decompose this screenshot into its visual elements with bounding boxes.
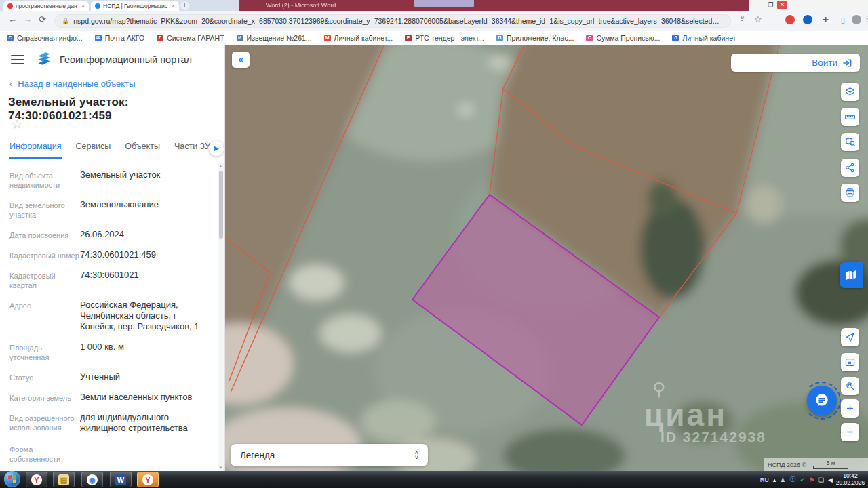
tabs-scroll-right-button[interactable]: ▶ — [209, 141, 224, 156]
polygon-search-icon — [844, 136, 856, 148]
chevron-down-icon[interactable]: ⌄ — [734, 1, 739, 8]
window-tray-icon[interactable]: ❏ — [818, 476, 824, 483]
taskbar-clock[interactable]: 10:42 20.02.2026 — [834, 472, 867, 486]
attribute-label: Площадь уточненная — [9, 342, 80, 362]
app-tray-icon-1[interactable]: ♟ — [780, 476, 785, 483]
new-tab-button[interactable]: + — [180, 1, 189, 10]
bookmark-item[interactable]: ППриложение. Клас... — [496, 34, 574, 42]
favorite-star-icon[interactable]: ☆ — [8, 116, 26, 134]
tab-Объекты[interactable]: Объекты — [125, 142, 160, 159]
bookmark-item[interactable]: ССправочная инфо... — [7, 34, 83, 42]
bookmark-item[interactable]: ЛЛичный кабинет — [672, 34, 736, 42]
attribute-value: 1 000 кв. м — [80, 342, 213, 362]
show-hidden-icons[interactable]: ▴ — [773, 476, 776, 483]
volume-tray-icon[interactable]: ◀ — [828, 476, 833, 483]
browser-menu-icon[interactable]: ⋮ — [863, 14, 868, 24]
shield-extension-icon[interactable] — [803, 15, 812, 24]
tab-close-icon[interactable]: × — [81, 3, 85, 9]
polygon-search-button[interactable] — [841, 133, 859, 151]
browser-tab[interactable]: пространственные данные рос× — [3, 1, 89, 11]
tk-tray-icon[interactable]: ⓣ — [789, 475, 795, 484]
chat-bubble-icon — [813, 392, 831, 409]
print-button[interactable] — [841, 184, 859, 202]
clock-time: 10:42 — [834, 472, 867, 479]
adblock-extension-icon[interactable] — [785, 15, 795, 24]
zoom-out-icon — [844, 426, 856, 438]
tab-favicon-icon — [95, 3, 100, 9]
collapse-panel-button[interactable]: « — [232, 52, 250, 68]
share-button[interactable] — [841, 159, 859, 177]
system-tray: RU▴♟ⓣ✔⚑❏◀ — [760, 471, 833, 488]
chat-button[interactable] — [807, 386, 837, 415]
share-page-icon[interactable]: ⇪ — [739, 14, 745, 23]
profile-icon[interactable] — [852, 15, 861, 24]
attribute-label: Категория земель — [9, 392, 80, 403]
tab-Части ЗУ[interactable]: Части ЗУ — [174, 142, 210, 159]
zoom-out-button[interactable] — [841, 423, 859, 441]
attribute-value: Земли населенных пунктов — [80, 392, 213, 403]
padlock-icon: 🔒 — [62, 18, 69, 24]
bookmark-label: Личный кабинет... — [334, 34, 393, 42]
attribute-row: Кадастровый номер74:30:0601021:459 — [0, 245, 216, 265]
locate-button[interactable] — [841, 328, 859, 346]
reload-icon[interactable]: ⟳ — [39, 14, 46, 24]
taskbar-word[interactable]: W — [110, 472, 132, 487]
search-area-button[interactable] — [841, 377, 859, 395]
antivirus-tray-icon[interactable]: ✔ — [800, 476, 805, 483]
back-icon[interactable]: ← — [8, 14, 17, 24]
flag-tray-icon[interactable]: ⚑ — [809, 476, 814, 483]
bookmark-item[interactable]: ✉Почта АКГО — [95, 34, 144, 42]
tab-Сервисы[interactable]: Сервисы — [76, 142, 111, 159]
zoom-in-icon — [844, 403, 856, 414]
language-indicator[interactable]: RU — [760, 476, 769, 483]
back-to-results-link[interactable]: ‹ Назад в найденные объекты — [9, 79, 135, 89]
bookmark-item[interactable]: ИИзвещение №261... — [237, 34, 312, 42]
sidebar-icon[interactable]: ▯ — [838, 15, 848, 24]
taskbar-yandex-browser-active[interactable]: Y — [137, 472, 159, 487]
scroll-up-icon[interactable]: ▲ — [218, 164, 224, 168]
bookmark-item[interactable]: MЛичный кабинет... — [324, 34, 393, 42]
bookmark-label: Сумма Прописью... — [596, 34, 660, 42]
close-button[interactable]: ✕ — [777, 1, 787, 9]
browser-tab[interactable]: НСПД | Геоинформационный п× — [91, 1, 179, 11]
taskbar-explorer[interactable]: ▤ — [53, 472, 75, 487]
start-button[interactable] — [4, 471, 20, 487]
windows-flag-icon — [8, 474, 16, 483]
zoom-in-button[interactable] — [841, 399, 859, 418]
basemap-switch-button[interactable] — [840, 262, 863, 288]
pin-icon[interactable]: ✚ — [821, 15, 830, 24]
forward-icon[interactable]: → — [23, 14, 32, 24]
scroll-down-icon[interactable]: ▼ — [218, 466, 224, 470]
ruler-button[interactable] — [841, 108, 859, 126]
tab-close-icon[interactable]: × — [172, 3, 175, 9]
bookmark-item[interactable]: ССумма Прописью... — [586, 34, 660, 42]
scrollbar-thumb[interactable] — [219, 171, 223, 239]
minimize-button[interactable]: — — [754, 1, 764, 9]
panel-scrollbar[interactable]: ▲ ▼ — [218, 163, 224, 471]
legend-expand-icon[interactable]: ˄˅ — [415, 451, 418, 460]
tab-Информация[interactable]: Информация — [9, 142, 62, 159]
taskbar-yandex-browser[interactable]: Y — [26, 472, 47, 487]
bookmark-item[interactable]: ГСистема ГАРАНТ — [157, 34, 224, 42]
bookmark-item[interactable]: РРТС-тендер - элект... — [405, 34, 484, 42]
info-panel: Геоинформационный портал ‹ Назад в найде… — [0, 45, 225, 471]
login-button[interactable]: Войти — [731, 54, 860, 72]
attribute-label: Вид разрешенного использования — [9, 412, 80, 434]
attribute-label: Дата присвоения — [9, 229, 80, 240]
word-window-title: Word (2) - Microsoft Word — [266, 2, 336, 9]
tab-title: пространственные данные рос — [16, 3, 77, 9]
layers-button[interactable] — [841, 83, 859, 101]
legend-bar[interactable]: Легенда ˄˅ — [231, 444, 428, 466]
bookmark-star-icon[interactable]: ☆ — [754, 14, 762, 24]
attribute-row: Категория земельЗемли населенных пунктов — [0, 387, 216, 407]
bookmark-favicon-icon: С — [7, 35, 14, 41]
nspd-logo — [35, 50, 53, 68]
taskbar-chrome[interactable]: ◉ — [81, 472, 103, 487]
taskbar-yandex-browser-icon: Y — [31, 474, 42, 485]
attribute-value: для индивидуального жилищного строительс… — [80, 412, 213, 434]
overview-button[interactable] — [841, 353, 859, 371]
address-bar[interactable]: 🔒 nspd.gov.ru/map?thematic=PKK&zoom=20&c… — [54, 14, 731, 28]
menu-icon[interactable] — [11, 55, 24, 64]
restore-button[interactable]: ❐ — [766, 1, 776, 9]
map-canvas[interactable]: ⚲ циан ID 327142938 « Войти Легенда ˄˅ Н… — [225, 45, 868, 471]
